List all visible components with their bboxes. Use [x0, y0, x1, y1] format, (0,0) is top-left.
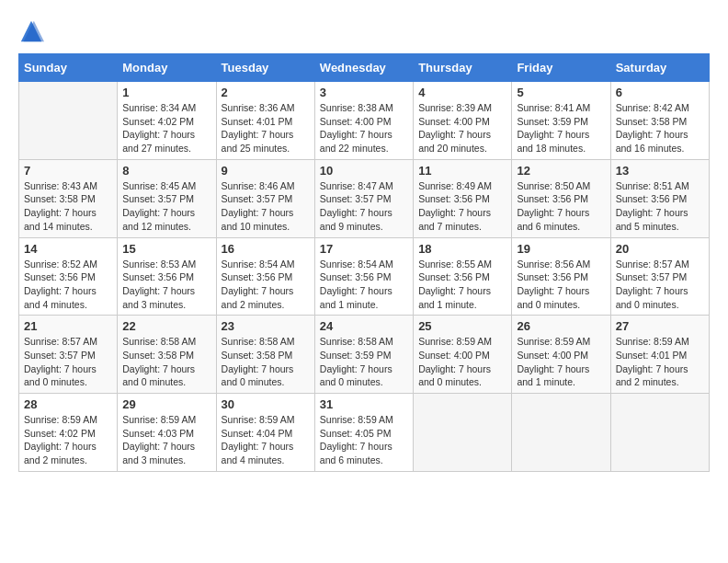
calendar-cell: 3Sunrise: 8:38 AMSunset: 4:00 PMDaylight… [314, 82, 413, 160]
calendar-cell: 29Sunrise: 8:59 AMSunset: 4:03 PMDayligh… [118, 394, 216, 472]
day-info: Sunrise: 8:56 AMSunset: 3:56 PMDaylight:… [517, 258, 605, 312]
calendar-cell: 16Sunrise: 8:54 AMSunset: 3:56 PMDayligh… [216, 237, 314, 316]
day-info: Sunrise: 8:41 AMSunset: 3:59 PMDaylight:… [517, 101, 605, 155]
day-number: 19 [517, 242, 605, 256]
day-info: Sunrise: 8:59 AMSunset: 4:00 PMDaylight:… [418, 335, 506, 389]
day-number: 24 [320, 319, 408, 333]
calendar-cell [414, 394, 512, 472]
calendar-cell: 10Sunrise: 8:47 AMSunset: 3:57 PMDayligh… [314, 159, 413, 237]
day-number: 7 [24, 164, 112, 178]
calendar-cell [512, 394, 610, 472]
day-info: Sunrise: 8:39 AMSunset: 4:00 PMDaylight:… [418, 101, 506, 155]
day-info: Sunrise: 8:43 AMSunset: 3:58 PMDaylight:… [24, 179, 112, 234]
calendar-cell: 26Sunrise: 8:59 AMSunset: 4:00 PMDayligh… [512, 316, 610, 394]
calendar-cell: 30Sunrise: 8:59 AMSunset: 4:04 PMDayligh… [216, 394, 314, 472]
day-number: 4 [418, 86, 506, 99]
day-number: 23 [222, 319, 310, 333]
day-info: Sunrise: 8:59 AMSunset: 4:04 PMDaylight:… [222, 413, 310, 467]
calendar-cell: 20Sunrise: 8:57 AMSunset: 3:57 PMDayligh… [610, 237, 709, 316]
day-info: Sunrise: 8:59 AMSunset: 4:03 PMDaylight:… [122, 413, 210, 467]
day-header-monday: Monday [118, 54, 216, 82]
logo-icon [18, 18, 44, 44]
calendar-cell: 6Sunrise: 8:42 AMSunset: 3:58 PMDaylight… [610, 82, 709, 160]
calendar-cell: 23Sunrise: 8:58 AMSunset: 3:58 PMDayligh… [216, 316, 314, 394]
calendar-cell: 2Sunrise: 8:36 AMSunset: 4:01 PMDaylight… [216, 82, 314, 160]
day-number: 30 [222, 397, 310, 411]
day-number: 15 [122, 242, 210, 256]
day-number: 5 [517, 86, 605, 99]
day-info: Sunrise: 8:38 AMSunset: 4:00 PMDaylight:… [320, 101, 408, 155]
day-number: 31 [320, 397, 408, 411]
day-info: Sunrise: 8:54 AMSunset: 3:56 PMDaylight:… [222, 258, 310, 312]
day-info: Sunrise: 8:50 AMSunset: 3:56 PMDaylight:… [517, 179, 605, 234]
calendar-cell: 21Sunrise: 8:57 AMSunset: 3:57 PMDayligh… [19, 316, 118, 394]
day-info: Sunrise: 8:52 AMSunset: 3:56 PMDaylight:… [24, 258, 112, 312]
day-number: 25 [418, 319, 506, 333]
day-info: Sunrise: 8:49 AMSunset: 3:56 PMDaylight:… [418, 179, 506, 234]
calendar-cell: 11Sunrise: 8:49 AMSunset: 3:56 PMDayligh… [414, 159, 512, 237]
day-number: 26 [517, 319, 605, 333]
day-info: Sunrise: 8:55 AMSunset: 3:56 PMDaylight:… [418, 258, 506, 312]
day-info: Sunrise: 8:45 AMSunset: 3:57 PMDaylight:… [122, 179, 210, 234]
day-info: Sunrise: 8:46 AMSunset: 3:57 PMDaylight:… [222, 179, 310, 234]
day-number: 18 [418, 242, 506, 256]
day-number: 3 [320, 86, 408, 99]
day-number: 10 [320, 164, 408, 178]
calendar-cell: 1Sunrise: 8:34 AMSunset: 4:02 PMDaylight… [118, 82, 216, 160]
calendar-week-5: 28Sunrise: 8:59 AMSunset: 4:02 PMDayligh… [19, 394, 710, 472]
page-header [18, 18, 710, 44]
day-number: 29 [122, 397, 210, 411]
calendar-week-4: 21Sunrise: 8:57 AMSunset: 3:57 PMDayligh… [19, 316, 710, 394]
day-number: 9 [222, 164, 310, 178]
day-info: Sunrise: 8:59 AMSunset: 4:02 PMDaylight:… [24, 413, 112, 467]
day-number: 12 [517, 164, 605, 178]
calendar-cell: 27Sunrise: 8:59 AMSunset: 4:01 PMDayligh… [610, 316, 709, 394]
day-info: Sunrise: 8:34 AMSunset: 4:02 PMDaylight:… [122, 101, 210, 155]
calendar-cell: 4Sunrise: 8:39 AMSunset: 4:00 PMDaylight… [414, 82, 512, 160]
day-info: Sunrise: 8:51 AMSunset: 3:56 PMDaylight:… [616, 179, 704, 234]
day-info: Sunrise: 8:36 AMSunset: 4:01 PMDaylight:… [222, 101, 310, 155]
day-number: 2 [222, 86, 310, 99]
day-info: Sunrise: 8:58 AMSunset: 3:59 PMDaylight:… [320, 335, 408, 389]
calendar-cell: 24Sunrise: 8:58 AMSunset: 3:59 PMDayligh… [314, 316, 413, 394]
day-number: 6 [616, 86, 704, 99]
calendar-week-1: 1Sunrise: 8:34 AMSunset: 4:02 PMDaylight… [19, 82, 710, 160]
logo [18, 18, 48, 44]
day-header-sunday: Sunday [19, 54, 118, 82]
day-number: 22 [122, 319, 210, 333]
day-header-saturday: Saturday [610, 54, 709, 82]
calendar-week-2: 7Sunrise: 8:43 AMSunset: 3:58 PMDaylight… [19, 159, 710, 237]
day-info: Sunrise: 8:57 AMSunset: 3:57 PMDaylight:… [24, 335, 112, 389]
calendar-cell: 13Sunrise: 8:51 AMSunset: 3:56 PMDayligh… [610, 159, 709, 237]
calendar-cell: 22Sunrise: 8:58 AMSunset: 3:58 PMDayligh… [118, 316, 216, 394]
day-info: Sunrise: 8:53 AMSunset: 3:56 PMDaylight:… [122, 258, 210, 312]
calendar-cell: 5Sunrise: 8:41 AMSunset: 3:59 PMDaylight… [512, 82, 610, 160]
day-number: 20 [616, 242, 704, 256]
day-number: 11 [418, 164, 506, 178]
calendar-cell: 12Sunrise: 8:50 AMSunset: 3:56 PMDayligh… [512, 159, 610, 237]
calendar-cell [19, 82, 118, 160]
calendar-table: SundayMondayTuesdayWednesdayThursdayFrid… [18, 53, 710, 472]
day-number: 17 [320, 242, 408, 256]
day-info: Sunrise: 8:47 AMSunset: 3:57 PMDaylight:… [320, 179, 408, 234]
day-number: 14 [24, 242, 112, 256]
calendar-week-3: 14Sunrise: 8:52 AMSunset: 3:56 PMDayligh… [19, 237, 710, 316]
calendar-cell: 8Sunrise: 8:45 AMSunset: 3:57 PMDaylight… [118, 159, 216, 237]
day-header-thursday: Thursday [414, 54, 512, 82]
calendar-cell: 31Sunrise: 8:59 AMSunset: 4:05 PMDayligh… [314, 394, 413, 472]
day-info: Sunrise: 8:59 AMSunset: 4:05 PMDaylight:… [320, 413, 408, 467]
day-info: Sunrise: 8:59 AMSunset: 4:00 PMDaylight:… [517, 335, 605, 389]
day-number: 21 [24, 319, 112, 333]
day-info: Sunrise: 8:42 AMSunset: 3:58 PMDaylight:… [616, 101, 704, 155]
day-number: 8 [122, 164, 210, 178]
calendar-cell: 25Sunrise: 8:59 AMSunset: 4:00 PMDayligh… [414, 316, 512, 394]
day-number: 1 [122, 86, 210, 99]
calendar-cell: 7Sunrise: 8:43 AMSunset: 3:58 PMDaylight… [19, 159, 118, 237]
calendar-cell: 18Sunrise: 8:55 AMSunset: 3:56 PMDayligh… [414, 237, 512, 316]
day-info: Sunrise: 8:59 AMSunset: 4:01 PMDaylight:… [616, 335, 704, 389]
day-header-tuesday: Tuesday [216, 54, 314, 82]
day-info: Sunrise: 8:57 AMSunset: 3:57 PMDaylight:… [616, 258, 704, 312]
day-info: Sunrise: 8:54 AMSunset: 3:56 PMDaylight:… [320, 258, 408, 312]
calendar-cell: 14Sunrise: 8:52 AMSunset: 3:56 PMDayligh… [19, 237, 118, 316]
day-number: 16 [222, 242, 310, 256]
